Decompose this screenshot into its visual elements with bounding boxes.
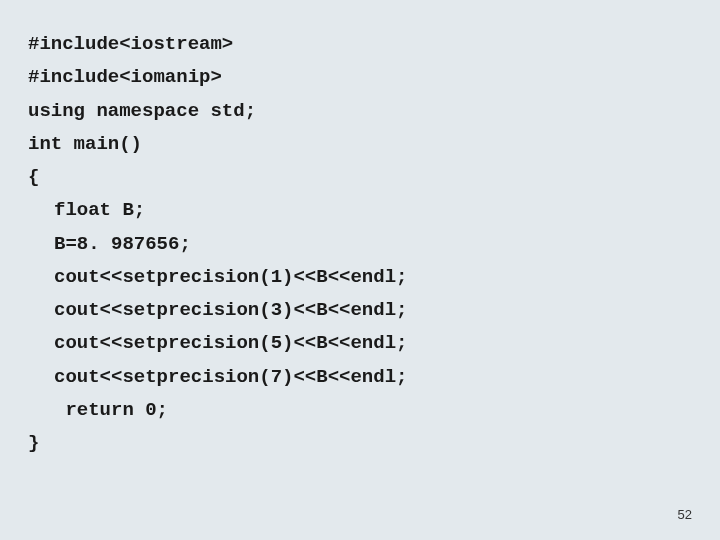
code-line-3: using namespace std; [28, 95, 720, 128]
code-line-1: #include<iostream> [28, 28, 720, 61]
code-line-5: { [28, 161, 720, 194]
code-line-11: cout<<setprecision(7)<<B<<endl; [28, 361, 720, 394]
code-line-2: #include<iomanip> [28, 61, 720, 94]
code-line-8: cout<<setprecision(1)<<B<<endl; [28, 261, 720, 294]
code-line-13: } [28, 427, 720, 460]
code-line-6: float B; [28, 194, 720, 227]
code-line-9: cout<<setprecision(3)<<B<<endl; [28, 294, 720, 327]
code-line-4: int main() [28, 128, 720, 161]
code-line-12: return 0; [28, 394, 720, 427]
code-line-7: B=8. 987656; [28, 228, 720, 261]
code-line-10: cout<<setprecision(5)<<B<<endl; [28, 327, 720, 360]
page-number: 52 [678, 507, 692, 522]
